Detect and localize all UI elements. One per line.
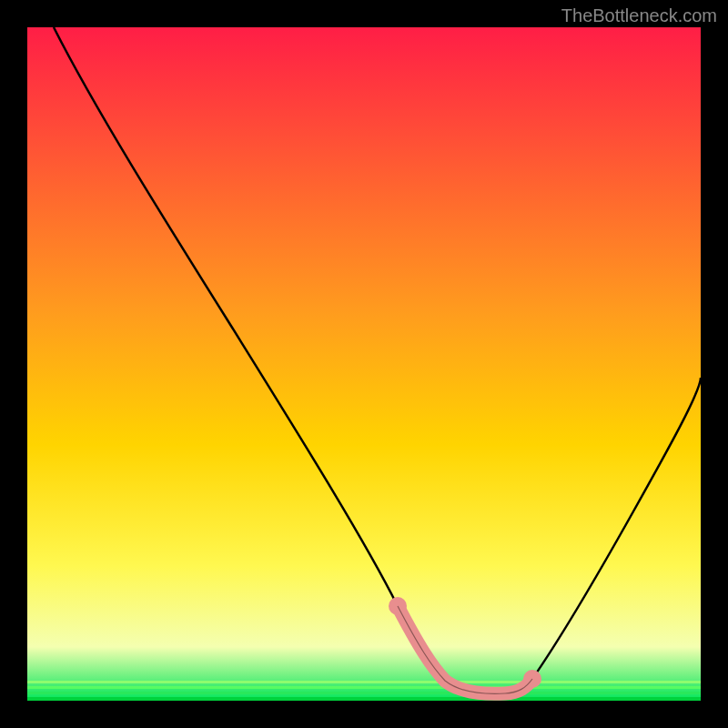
gradient-background	[27, 27, 701, 701]
plot-svg	[27, 27, 701, 701]
svg-rect-0	[27, 681, 701, 683]
svg-rect-2	[27, 692, 701, 694]
svg-rect-3	[27, 697, 701, 701]
watermark-text: TheBottleneck.com	[561, 5, 717, 26]
chart-container: TheBottleneck.com	[0, 0, 728, 728]
svg-rect-1	[27, 686, 701, 689]
